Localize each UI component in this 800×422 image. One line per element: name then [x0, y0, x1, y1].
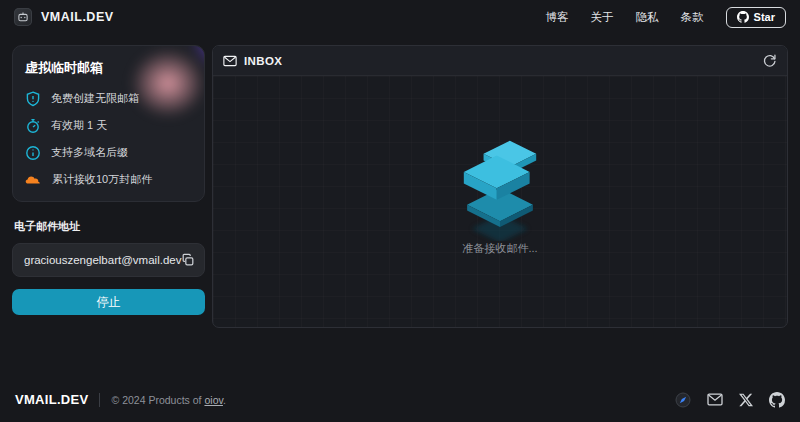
nav-link-privacy[interactable]: 隐私: [636, 10, 659, 25]
feature-text: 累计接收10万封邮件: [52, 172, 152, 187]
email-link[interactable]: [707, 393, 723, 406]
inbox-body: 准备接收邮件...: [213, 76, 787, 327]
sidebar: 虚拟临时邮箱 免费创建无限邮箱: [12, 45, 205, 328]
footer: VMAIL.DEV © 2024 Products of oiov.: [0, 377, 800, 422]
brand-title: VMAIL.DEV: [41, 10, 114, 24]
nav-link-about[interactable]: 关于: [591, 10, 614, 25]
compass-link[interactable]: [675, 392, 691, 408]
github-star-button[interactable]: Star: [726, 7, 786, 28]
shield-icon: [25, 91, 41, 107]
inbox-title-label: INBOX: [244, 55, 282, 67]
envelope-icon: [223, 55, 237, 67]
email-address-value: graciouszengelbart@vmail.dev: [24, 254, 181, 266]
envelope-icon: [707, 393, 723, 406]
top-bar: VMAIL.DEV 博客 关于 隐私 条款 Star: [0, 0, 800, 34]
page: VMAIL.DEV 博客 关于 隐私 条款 Star 虚拟临时邮箱: [0, 0, 800, 422]
github-icon: [737, 11, 749, 23]
empty-state-text: 准备接收邮件...: [462, 241, 537, 256]
mailbox-info-card: 虚拟临时邮箱 免费创建无限邮箱: [12, 45, 205, 202]
feature-domains: 支持多域名后缀: [25, 144, 192, 161]
feature-text: 有效期 1 天: [51, 118, 107, 133]
top-nav: 博客 关于 隐私 条款 Star: [546, 7, 786, 28]
footer-divider: [99, 393, 100, 407]
nav-link-terms[interactable]: 条款: [681, 10, 704, 25]
refresh-icon: [762, 53, 777, 68]
info-circle-icon: [25, 145, 41, 161]
cloudflare-icon: [25, 173, 42, 187]
github-link[interactable]: [769, 392, 785, 408]
x-icon: [739, 393, 753, 407]
oiov-link[interactable]: oiov: [204, 394, 222, 406]
stop-button[interactable]: 停止: [12, 289, 205, 315]
empty-state: 准备接收邮件...: [452, 139, 548, 256]
compass-icon: [675, 392, 691, 408]
copy-icon: [181, 253, 195, 267]
feature-validity: 有效期 1 天: [25, 117, 192, 134]
feature-unlimited: 免费创建无限邮箱: [25, 90, 192, 107]
brand[interactable]: VMAIL.DEV: [14, 8, 114, 26]
feature-received-count: 累计接收10万封邮件: [25, 171, 192, 188]
feature-text: 免费创建无限邮箱: [51, 91, 139, 106]
inbox-panel: INBOX: [212, 45, 788, 328]
github-icon: [769, 392, 785, 408]
robot-logo-icon: [14, 8, 32, 26]
nav-link-blog[interactable]: 博客: [546, 10, 569, 25]
feature-text: 支持多域名后缀: [51, 145, 128, 160]
inbox-header: INBOX: [213, 46, 787, 76]
footer-copyright: © 2024 Products of oiov.: [111, 394, 225, 406]
timer-icon: [25, 118, 41, 134]
copy-email-button[interactable]: [181, 253, 195, 267]
main-content: 虚拟临时邮箱 免费创建无限邮箱: [12, 45, 788, 328]
copyright-text: © 2024 Products of: [111, 394, 204, 406]
card-title: 虚拟临时邮箱: [25, 59, 192, 77]
footer-brand: VMAIL.DEV: [15, 392, 88, 407]
inbox-title: INBOX: [223, 55, 282, 67]
email-address-label: 电子邮件地址: [14, 219, 203, 234]
isometric-box-illustration: [452, 139, 548, 241]
x-twitter-link[interactable]: [739, 393, 753, 407]
copyright-suffix: .: [223, 394, 226, 406]
email-address-box: graciouszengelbart@vmail.dev: [12, 243, 205, 277]
refresh-button[interactable]: [762, 53, 777, 68]
footer-social-icons: [675, 392, 785, 408]
star-button-label: Star: [754, 11, 775, 23]
footer-left: VMAIL.DEV © 2024 Products of oiov.: [15, 392, 226, 407]
